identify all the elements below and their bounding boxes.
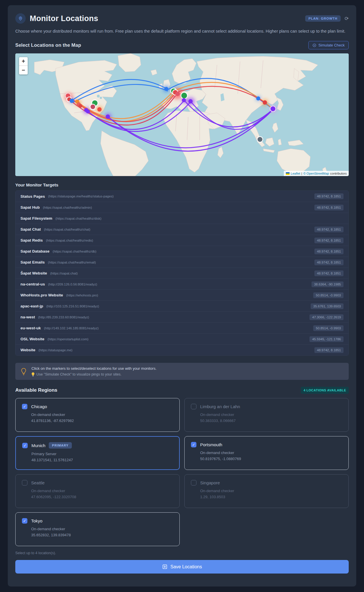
target-coords-badge: 38.6364, -90.1985 bbox=[312, 281, 344, 287]
region-coords: 41.8781136, -87.6297982 bbox=[31, 419, 173, 423]
region-description: On-demand checker bbox=[31, 527, 173, 531]
target-coords-badge: 48.9742, 8.1851 bbox=[314, 193, 344, 199]
target-url: (https://whohosts.pro) bbox=[66, 294, 98, 297]
target-row: Status Pages (https://statuspage.me/heal… bbox=[16, 191, 348, 202]
regions-section-title: Available Regions bbox=[15, 387, 57, 393]
region-checkbox[interactable]: ✓ bbox=[22, 518, 27, 524]
zoom-in-button[interactable]: + bbox=[19, 57, 28, 66]
region-card[interactable]: ✓ Chicago PRIMARY On-demand checker 41.8… bbox=[15, 398, 180, 432]
region-coords: 47.6062095, -122.3320708 bbox=[31, 495, 173, 499]
target-coords-badge: 48.9742, 8.1851 bbox=[314, 249, 344, 254]
region-coords: 50.8197675, -1.0880769 bbox=[200, 457, 342, 461]
region-checkbox[interactable] bbox=[191, 404, 196, 409]
region-name: Singapore bbox=[200, 480, 220, 485]
region-checkbox[interactable] bbox=[22, 480, 27, 485]
target-name: Šapat Website bbox=[20, 271, 47, 275]
targets-section-title: Your Monitor Targets bbox=[15, 182, 349, 187]
region-description: Primary Server bbox=[31, 452, 173, 456]
marker-purple-tx-b[interactable] bbox=[86, 109, 90, 113]
region-name: Munich bbox=[31, 443, 45, 448]
target-name: eu-west-uk bbox=[20, 326, 41, 330]
region-coords: 1.29, 103.8503 bbox=[200, 495, 342, 499]
target-name: OSL Website bbox=[20, 337, 44, 341]
marker-eu-red-b[interactable] bbox=[175, 91, 180, 96]
region-name: Limburg an der Lahn bbox=[200, 404, 240, 409]
region-card[interactable]: ✓ Tokyo PRIMARY On-demand checker 35.652… bbox=[15, 512, 180, 546]
target-row: eu-west-uk (http://149.102.146.185:8081/… bbox=[16, 322, 348, 333]
marker-asia-blue[interactable] bbox=[256, 96, 260, 100]
region-checkbox[interactable]: ✓ bbox=[22, 443, 28, 448]
target-name: Sapat Chat bbox=[20, 227, 41, 231]
marker-orange-b[interactable] bbox=[97, 107, 102, 112]
locations-available-badge: 4 LOCATIONS AVAILABLE bbox=[301, 387, 349, 394]
region-coords: 50.383333, 8.066667 bbox=[200, 419, 342, 423]
region-description: On-demand checker bbox=[31, 489, 173, 493]
region-name: Portsmouth bbox=[200, 442, 222, 447]
target-url: (https://sapat.chat/healthz/email) bbox=[48, 261, 96, 264]
region-checkbox[interactable]: ✓ bbox=[22, 404, 27, 409]
region-card[interactable]: Seattle PRIMARY On-demand checker 47.606… bbox=[15, 474, 180, 508]
target-url: (https://statuspage.me/healthz/status-pa… bbox=[48, 195, 114, 198]
location-pin-icon bbox=[15, 13, 26, 24]
region-checkbox[interactable] bbox=[191, 480, 196, 485]
tip-box: Click on the markers to select/deselect … bbox=[15, 363, 349, 380]
monitor-targets-list: Status Pages (https://statuspage.me/heal… bbox=[15, 191, 349, 356]
page-description: Choose where your distributed monitors w… bbox=[15, 28, 349, 35]
ukraine-flag-icon bbox=[286, 172, 290, 175]
world-map[interactable]: + − Leaflet | © OpenStreetMap contributo… bbox=[15, 53, 349, 176]
simulate-check-button[interactable]: Simulate Check bbox=[308, 41, 349, 49]
region-checkbox[interactable]: ✓ bbox=[191, 442, 196, 447]
marker-red-b[interactable] bbox=[78, 104, 82, 108]
target-name: na-west bbox=[20, 315, 35, 319]
target-coords-badge: 48.9742, 8.1851 bbox=[314, 205, 344, 210]
target-coords-badge: 50.8514, -0.9903 bbox=[313, 292, 344, 298]
target-name: Sapat Emails bbox=[20, 260, 45, 264]
target-row: na-central-us (http://209.126.0.56:8081/… bbox=[16, 279, 348, 290]
mini-bulb-icon bbox=[31, 372, 35, 376]
target-name: Sapat Redis bbox=[20, 238, 43, 242]
marker-munich-green[interactable] bbox=[181, 93, 187, 98]
target-row: na-west (http://85.239.233.60:8081/ready… bbox=[16, 311, 348, 322]
osm-link[interactable]: © OpenStreetMap bbox=[303, 172, 329, 175]
marker-uk-blue[interactable] bbox=[164, 87, 168, 91]
marker-korea-red[interactable] bbox=[263, 100, 267, 105]
marker-seattle-blue[interactable] bbox=[70, 99, 74, 103]
region-card[interactable]: ✓ Portsmouth PRIMARY On-demand checker 5… bbox=[184, 436, 349, 470]
marker-tokyo-purple[interactable] bbox=[271, 107, 275, 111]
target-url: (https://sapat.chat/healthz/admin) bbox=[43, 206, 92, 209]
region-card[interactable]: Limburg an der Lahn PRIMARY On-demand ch… bbox=[184, 398, 349, 432]
target-coords-badge: 45.5945, -121.1786 bbox=[309, 336, 344, 342]
target-url: (https://sapat.chat/healthz/chat) bbox=[44, 228, 90, 231]
marker-singapore-gray[interactable] bbox=[258, 137, 262, 142]
target-row: Sapat Redis (https://sapat.chat/healthz/… bbox=[16, 235, 348, 246]
target-row: Sapat Database (https://sapat.chat/healt… bbox=[16, 246, 348, 257]
refresh-icon[interactable]: ⟳ bbox=[345, 16, 349, 21]
zoom-out-button[interactable]: − bbox=[19, 66, 28, 74]
tip-line-1: Click on the markers to select/deselect … bbox=[31, 366, 157, 371]
leaflet-link[interactable]: Leaflet bbox=[291, 172, 300, 175]
play-circle-icon bbox=[312, 43, 316, 47]
region-name: Seattle bbox=[31, 480, 45, 485]
region-card[interactable]: ✓ Munich PRIMARY Primary Server 48.13715… bbox=[15, 436, 180, 470]
save-locations-button[interactable]: Save Locations bbox=[15, 560, 349, 574]
plan-badge: PLAN: GROWTH bbox=[305, 15, 340, 22]
region-coords: 48.1371541, 11.5761247 bbox=[31, 458, 173, 462]
region-card[interactable]: Singapore PRIMARY On-demand checker 1.29… bbox=[184, 474, 349, 508]
region-cards-grid: ✓ Chicago PRIMARY On-demand checker 41.8… bbox=[15, 398, 349, 546]
target-url: (https://openstartuplist.com) bbox=[48, 337, 89, 341]
marker-purple-gulf[interactable] bbox=[106, 115, 110, 119]
target-name: Sapat Database bbox=[20, 249, 50, 253]
region-description: On-demand checker bbox=[200, 451, 342, 455]
target-name: Sapat Hub bbox=[20, 205, 40, 210]
monitor-locations-panel: Monitor Locations PLAN: GROWTH ⟳ Choose … bbox=[8, 5, 356, 587]
target-row: Sapat Emails (https://sapat.chat/healthz… bbox=[16, 257, 348, 268]
target-coords-badge: 47.3066, -122.2619 bbox=[309, 314, 344, 320]
marker-eu-purple-a[interactable] bbox=[182, 98, 186, 102]
marker-eu-purple-b[interactable] bbox=[188, 99, 193, 104]
region-description: On-demand checker bbox=[200, 489, 342, 493]
target-row: WhoHosts.pro Website (https://whohosts.p… bbox=[16, 290, 348, 300]
target-coords-badge: 48.9742, 8.1851 bbox=[314, 259, 344, 265]
target-name: Status Pages bbox=[20, 194, 45, 199]
map-zoom-control: + − bbox=[19, 57, 28, 74]
marker-na-central[interactable] bbox=[91, 104, 95, 109]
